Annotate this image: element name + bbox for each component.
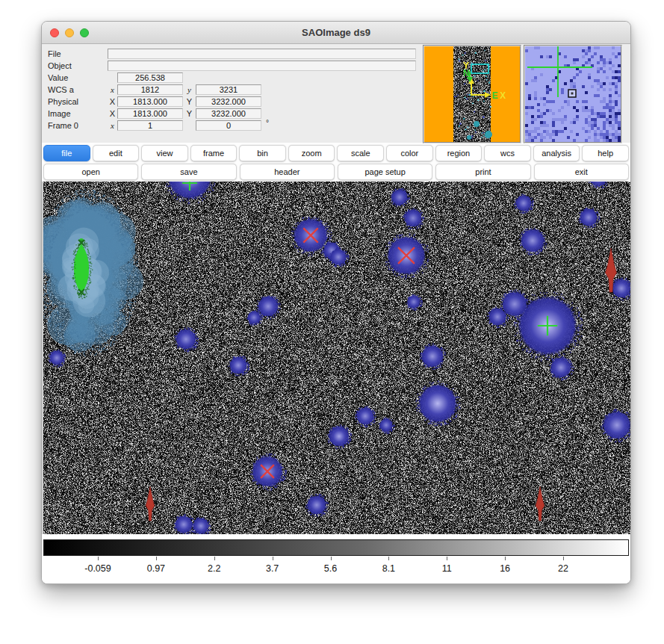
magnifier-canvas[interactable]: [525, 46, 621, 142]
colorbar-tick: [505, 557, 506, 560]
open-button[interactable]: open: [43, 164, 138, 180]
info-label: Physical: [42, 97, 108, 106]
colorbar-tick-label: -0.059: [84, 563, 111, 574]
menu-zoom[interactable]: zoom: [288, 145, 335, 161]
image-section: [42, 182, 630, 534]
info-field[interactable]: 3231: [196, 84, 261, 95]
menu-bin[interactable]: bin: [239, 145, 286, 161]
action-bar: opensaveheaderpage setupprintexit: [43, 164, 629, 180]
menu-region[interactable]: region: [435, 145, 483, 161]
colorbar-tick: [447, 557, 447, 560]
colorbar-tick: [156, 557, 157, 560]
app-window: SAOImage ds9 FileObjectValue256.538WCS a…: [41, 21, 631, 584]
menu-help[interactable]: help: [582, 145, 629, 161]
info-field[interactable]: 3232.000: [196, 96, 261, 107]
degree-symbol: °: [266, 119, 269, 127]
window-title: SAOImage ds9: [42, 22, 630, 43]
save-button[interactable]: save: [141, 164, 236, 180]
colorbar-tick: [331, 557, 332, 560]
axis-label: y: [183, 85, 196, 94]
colorbar-tick-label: 0.97: [147, 563, 165, 574]
panner-canvas[interactable]: [424, 46, 520, 142]
menu-scale[interactable]: scale: [337, 145, 384, 161]
info-label: Frame 0: [42, 121, 108, 130]
axis-label: Y: [183, 97, 196, 106]
colorbar-tick: [563, 557, 564, 560]
colorbar-tick-label: 5.6: [324, 563, 337, 574]
panner[interactable]: [423, 45, 521, 143]
colorbar-tick: [214, 557, 215, 560]
info-label: WCS a: [42, 85, 108, 94]
colorbar-tick: [98, 557, 99, 560]
axis-label: x: [108, 121, 117, 130]
zoom-button[interactable]: [80, 28, 89, 37]
colorbar-tick-label: 8.1: [382, 563, 395, 574]
info-field[interactable]: 1: [117, 120, 183, 131]
colorbar-tick-label: 3.7: [266, 563, 279, 574]
colorbar-tick-label: 11: [442, 563, 452, 574]
axis-label: X: [108, 109, 117, 118]
colorbar-tick-label: 22: [558, 563, 568, 574]
menu-section: fileeditviewframebinzoomscalecolorregion…: [42, 143, 630, 182]
info-field[interactable]: 1813.000: [117, 96, 183, 107]
info-field[interactable]: 1812: [117, 84, 183, 95]
info-label: File: [42, 49, 108, 58]
minimize-button[interactable]: [65, 28, 74, 37]
info-field[interactable]: [108, 61, 416, 71]
info-field[interactable]: 1813.000: [117, 108, 183, 119]
colorbar-gradient[interactable]: [43, 539, 629, 556]
print-button[interactable]: print: [435, 164, 530, 180]
coordinate-readouts: FileObjectValue256.538WCS ax1812y3231Phy…: [42, 48, 419, 131]
menu-bar: fileeditviewframebinzoomscalecolorregion…: [43, 145, 629, 161]
menu-color[interactable]: color: [386, 145, 433, 161]
axis-label: Y: [183, 109, 196, 118]
menu-wcs[interactable]: wcs: [484, 145, 531, 161]
info-panel: FileObjectValue256.538WCS ax1812y3231Phy…: [42, 44, 630, 143]
menu-frame[interactable]: frame: [190, 145, 238, 161]
menu-analysis[interactable]: analysis: [533, 145, 580, 161]
menu-file[interactable]: file: [43, 145, 90, 161]
title-bar[interactable]: SAOImage ds9: [42, 22, 630, 44]
colorbar-tick-label: 2.2: [208, 563, 220, 574]
magnifier[interactable]: [524, 45, 622, 143]
info-field[interactable]: [108, 49, 416, 59]
colorbar-tick-label: 16: [500, 563, 510, 574]
axis-label: X: [108, 97, 117, 106]
info-label: Object: [42, 61, 108, 70]
colorbar-tick: [388, 557, 389, 560]
info-field[interactable]: 3232.000: [196, 108, 261, 119]
exit-button[interactable]: exit: [534, 164, 629, 180]
close-button[interactable]: [50, 28, 59, 37]
info-label: Value: [42, 73, 108, 82]
header-button[interactable]: header: [240, 164, 335, 180]
info-field[interactable]: 0: [196, 120, 261, 131]
menu-edit[interactable]: edit: [93, 145, 140, 161]
axis-label: x: [108, 85, 117, 94]
info-label: Image: [42, 109, 108, 118]
main-image-canvas[interactable]: [43, 182, 630, 534]
colorbar[interactable]: -0.0590.972.23.75.68.1111622: [42, 534, 630, 584]
info-field[interactable]: 256.538: [117, 72, 183, 83]
page-setup-button[interactable]: page setup: [338, 164, 432, 180]
menu-view[interactable]: view: [141, 145, 188, 161]
colorbar-tick: [273, 557, 273, 560]
